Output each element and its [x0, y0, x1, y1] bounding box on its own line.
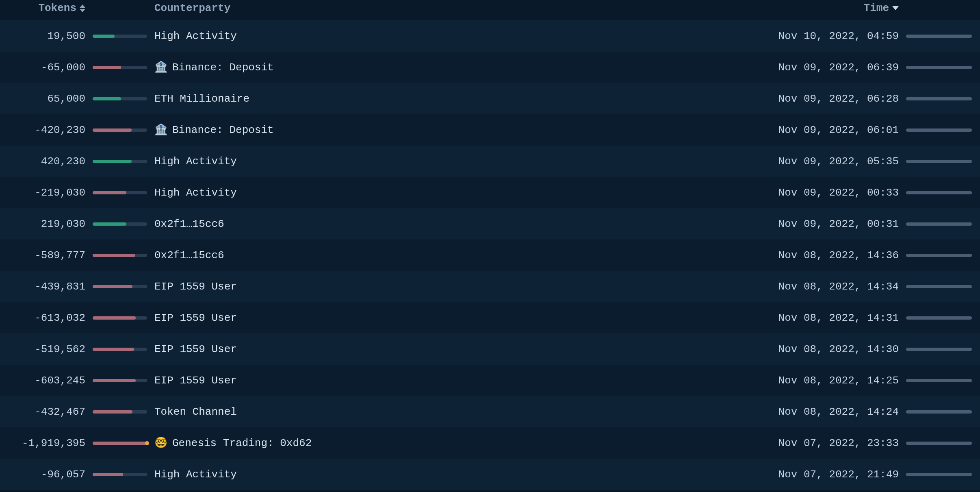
- counterparty-label: High Activity: [154, 30, 237, 42]
- tokens-bar: [85, 35, 154, 38]
- tokens-value: -603,245: [8, 374, 85, 387]
- table-row[interactable]: -439,831EIP 1559 UserNov 08, 2022, 14:34: [0, 271, 980, 302]
- counterparty-label: 0x2f1…15cc6: [154, 218, 224, 230]
- counterparty-label: EIP 1559 User: [154, 312, 237, 324]
- counterparty-cell[interactable]: ETH Millionaire: [154, 93, 761, 105]
- table-row[interactable]: 65,000ETH MillionaireNov 09, 2022, 06:28: [0, 83, 980, 114]
- time-value: Nov 07, 2022, 23:33: [761, 437, 899, 449]
- time-bar: [899, 410, 972, 414]
- counterparty-cell[interactable]: High Activity: [154, 30, 761, 42]
- time-value: Nov 08, 2022, 14:30: [761, 343, 899, 355]
- counterparty-cell[interactable]: 🏦Binance: Deposit: [154, 124, 761, 136]
- table-row[interactable]: 219,0300x2f1…15cc6Nov 09, 2022, 00:31: [0, 208, 980, 239]
- tokens-value: -219,030: [8, 187, 85, 199]
- table-row[interactable]: -420,230🏦Binance: DepositNov 09, 2022, 0…: [0, 114, 980, 146]
- tokens-value: -589,777: [8, 249, 85, 261]
- counterparty-label: Binance: Deposit: [172, 124, 274, 136]
- column-header-tokens-label: Tokens: [38, 2, 76, 14]
- tokens-bar: [85, 66, 154, 69]
- counterparty-cell[interactable]: EIP 1559 User: [154, 312, 761, 324]
- sort-desc-icon: [892, 6, 899, 10]
- counterparty-cell[interactable]: High Activity: [154, 468, 761, 481]
- counterparty-cell[interactable]: High Activity: [154, 155, 761, 168]
- transactions-table: Tokens Counterparty Time 19,500High Acti…: [0, 0, 980, 490]
- table-row[interactable]: -603,245EIP 1559 UserNov 08, 2022, 14:25: [0, 365, 980, 396]
- time-bar: [899, 379, 972, 382]
- time-bar: [899, 66, 972, 69]
- counterparty-cell[interactable]: Token Channel: [154, 406, 761, 418]
- tokens-bar: [85, 191, 154, 194]
- time-value: Nov 09, 2022, 06:01: [761, 124, 899, 136]
- time-value: Nov 09, 2022, 05:35: [761, 155, 899, 168]
- tokens-value: -439,831: [8, 281, 85, 293]
- counterparty-cell[interactable]: 🤓Genesis Trading: 0xd62: [154, 437, 761, 449]
- time-bar: [899, 316, 972, 320]
- counterparty-icon: 🤓: [154, 438, 167, 448]
- time-bar: [899, 128, 972, 132]
- counterparty-cell[interactable]: 0x2f1…15cc6: [154, 218, 761, 230]
- time-bar: [899, 285, 972, 288]
- time-bar: [899, 222, 972, 226]
- counterparty-cell[interactable]: EIP 1559 User: [154, 374, 761, 387]
- table-row[interactable]: 420,230High ActivityNov 09, 2022, 05:35: [0, 146, 980, 177]
- table-row[interactable]: -65,000🏦Binance: DepositNov 09, 2022, 06…: [0, 52, 980, 83]
- tokens-bar: [85, 285, 154, 288]
- table-row[interactable]: -1,919,395🤓Genesis Trading: 0xd62Nov 07,…: [0, 427, 980, 459]
- column-header-counterparty[interactable]: Counterparty: [154, 2, 761, 14]
- time-value: Nov 07, 2022, 21:49: [761, 468, 899, 481]
- time-value: Nov 08, 2022, 14:25: [761, 374, 899, 387]
- table-row[interactable]: -589,7770x2f1…15cc6Nov 08, 2022, 14:36: [0, 239, 980, 271]
- table-row[interactable]: 19,500High ActivityNov 10, 2022, 04:59: [0, 20, 980, 52]
- time-bar: [899, 191, 972, 194]
- time-bar: [899, 348, 972, 351]
- counterparty-cell[interactable]: 🏦Binance: Deposit: [154, 61, 761, 74]
- counterparty-label: Token Channel: [154, 406, 237, 418]
- tokens-bar: [85, 473, 154, 476]
- time-bar: [899, 254, 972, 257]
- tokens-value: -65,000: [8, 61, 85, 74]
- counterparty-label: Binance: Deposit: [172, 61, 274, 74]
- counterparty-label: ETH Millionaire: [154, 93, 249, 105]
- time-value: Nov 08, 2022, 14:24: [761, 406, 899, 418]
- time-value: Nov 08, 2022, 14:34: [761, 281, 899, 293]
- counterparty-cell[interactable]: EIP 1559 User: [154, 343, 761, 355]
- time-value: Nov 08, 2022, 14:31: [761, 312, 899, 324]
- counterparty-cell[interactable]: EIP 1559 User: [154, 281, 761, 293]
- time-bar: [899, 442, 972, 445]
- time-value: Nov 08, 2022, 14:36: [761, 249, 899, 261]
- tokens-value: -96,057: [8, 468, 85, 481]
- counterparty-label: EIP 1559 User: [154, 374, 237, 387]
- tokens-bar: [85, 222, 154, 226]
- column-header-time[interactable]: Time: [761, 2, 899, 14]
- table-row[interactable]: -96,057High ActivityNov 07, 2022, 21:49: [0, 459, 980, 490]
- counterparty-label: EIP 1559 User: [154, 343, 237, 355]
- column-header-counterparty-label: Counterparty: [154, 2, 230, 14]
- tokens-bar: [85, 97, 154, 100]
- table-header-row: Tokens Counterparty Time: [0, 0, 980, 20]
- counterparty-icon: 🏦: [154, 62, 167, 73]
- column-header-tokens[interactable]: Tokens: [8, 2, 85, 14]
- counterparty-label: High Activity: [154, 187, 237, 199]
- table-row[interactable]: -613,032EIP 1559 UserNov 08, 2022, 14:31: [0, 302, 980, 333]
- time-value: Nov 09, 2022, 00:33: [761, 187, 899, 199]
- table-row[interactable]: -219,030High ActivityNov 09, 2022, 00:33: [0, 177, 980, 208]
- bar-dot-icon: [145, 441, 149, 445]
- sort-icon: [80, 4, 85, 12]
- tokens-value: 420,230: [8, 155, 85, 168]
- tokens-bar: [85, 128, 154, 132]
- time-value: Nov 09, 2022, 06:39: [761, 61, 899, 74]
- counterparty-label: EIP 1559 User: [154, 281, 237, 293]
- time-bar: [899, 160, 972, 163]
- tokens-value: 65,000: [8, 93, 85, 105]
- time-bar: [899, 473, 972, 476]
- table-row[interactable]: -519,562EIP 1559 UserNov 08, 2022, 14:30: [0, 333, 980, 365]
- table-row[interactable]: -432,467Token ChannelNov 08, 2022, 14:24: [0, 396, 980, 427]
- counterparty-cell[interactable]: High Activity: [154, 187, 761, 199]
- tokens-value: 219,030: [8, 218, 85, 230]
- time-bar: [899, 97, 972, 100]
- tokens-bar: [85, 379, 154, 382]
- tokens-value: 19,500: [8, 30, 85, 42]
- tokens-value: -432,467: [8, 406, 85, 418]
- time-value: Nov 10, 2022, 04:59: [761, 30, 899, 42]
- counterparty-cell[interactable]: 0x2f1…15cc6: [154, 249, 761, 261]
